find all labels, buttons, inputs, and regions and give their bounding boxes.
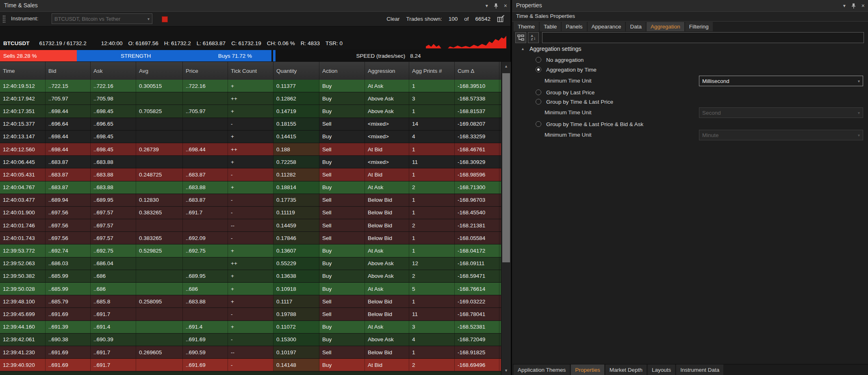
- cell-aggr: Above Ask: [365, 92, 409, 105]
- tab-panels[interactable]: Panels: [562, 22, 586, 31]
- minimum-time-unit-select-2[interactable]: Second▾: [699, 107, 863, 118]
- cell-avg: [136, 219, 183, 231]
- radio-group-by-time-last-price[interactable]: Group by Time & Last Price: [536, 98, 613, 106]
- bottom-tab-application-themes[interactable]: Application Themes: [514, 364, 570, 375]
- scroll-up-icon[interactable]: ▲: [501, 64, 511, 68]
- radio-no-aggregation[interactable]: No aggregation: [536, 56, 584, 64]
- trade-row[interactable]: 12:39:50.028..685.99..686..686+0.10918Bu…: [0, 283, 501, 295]
- col-header-time[interactable]: Time: [0, 62, 46, 80]
- minimum-time-unit-select-3[interactable]: Minute▾: [699, 130, 863, 140]
- aggregation-settings-group[interactable]: ▲ Aggregation settings: [512, 46, 582, 52]
- trade-row[interactable]: 12:39:45.699..691.69..691.7-0.19788SellB…: [0, 308, 501, 320]
- scroll-down-icon[interactable]: ▼: [501, 368, 511, 373]
- cell-bid: ..705.97: [46, 92, 91, 105]
- col-header-ask[interactable]: Ask: [91, 62, 136, 80]
- drag-grip-icon[interactable]: [2, 15, 5, 23]
- trade-row[interactable]: 12:40:01.746..697.56..697.57--0.14459Sel…: [0, 219, 501, 232]
- trade-row[interactable]: 12:40:19.512..722.15..722.160.300515..72…: [0, 80, 501, 92]
- col-header-qty[interactable]: Quantity: [273, 62, 319, 80]
- bottom-tabs: Application ThemesPropertiesMarket Depth…: [513, 364, 868, 375]
- trade-row[interactable]: 12:40:17.351..698.44..698.450.705825..70…: [0, 105, 501, 118]
- scrollbar-thumb[interactable]: [502, 73, 510, 262]
- col-header-avg[interactable]: Avg: [136, 62, 183, 80]
- bottom-tab-instrument-data[interactable]: Instrument Data: [676, 364, 723, 375]
- pin-icon[interactable]: [494, 3, 498, 9]
- clear-button[interactable]: Clear: [386, 16, 399, 22]
- col-header-bid[interactable]: Bid: [46, 62, 91, 80]
- tab-aggregation[interactable]: Aggregation: [647, 22, 684, 31]
- close-icon[interactable]: ×: [504, 3, 507, 9]
- trade-row[interactable]: 12:40:15.377..696.64..696.65-0.18155Sell…: [0, 118, 501, 131]
- col-header-prints[interactable]: Agg Prints #: [409, 62, 455, 80]
- bottom-tab-market-depth[interactable]: Market Depth: [605, 364, 647, 375]
- close-icon[interactable]: ×: [861, 3, 865, 9]
- panel-menu-chevron-icon[interactable]: ▾: [843, 3, 846, 8]
- cell-action: Buy: [319, 321, 365, 333]
- trade-row[interactable]: 12:39:41.230..691.69..691.70.269605..690…: [0, 346, 501, 359]
- pin-icon[interactable]: [851, 3, 856, 9]
- radio-group-by-last-price[interactable]: Group by Last Price: [536, 88, 595, 96]
- property-search-input[interactable]: [542, 32, 864, 43]
- trade-row[interactable]: 12:40:01.900..697.56..697.570.383265..69…: [0, 207, 501, 219]
- cell-tick: -: [228, 359, 273, 371]
- tab-theme[interactable]: Theme: [514, 22, 539, 31]
- tab-data[interactable]: Data: [626, 22, 646, 31]
- trade-row[interactable]: 12:39:53.772..692.74..692.750.529825..69…: [0, 244, 501, 257]
- quote-bar: BTCUSDT 61732.19 / 61732.2 12:40:00 O: 6…: [0, 26, 510, 50]
- cell-aggr: At Ask: [365, 283, 409, 295]
- trade-row[interactable]: 12:39:48.100..685.79..685.80.258095..683…: [0, 295, 501, 308]
- col-header-aggr[interactable]: Aggression: [365, 62, 409, 80]
- bottom-tab-layouts[interactable]: Layouts: [648, 364, 675, 375]
- col-header-tick[interactable]: Tick Count: [228, 62, 273, 80]
- cell-bid: ..692.74: [46, 244, 91, 257]
- trade-row[interactable]: 12:40:04.767..683.87..683.88..683.88+0.1…: [0, 181, 501, 194]
- cell-aggr: <mixed>: [365, 118, 409, 130]
- column-settings-icon[interactable]: [497, 15, 505, 23]
- trade-row[interactable]: 12:39:42.061..690.38..690.39..691.69-0.1…: [0, 334, 501, 346]
- cell-time: 12:40:17.942: [0, 92, 46, 105]
- prop-titlebar: Properties ▾ ×: [512, 0, 868, 12]
- trade-row[interactable]: 12:40:05.431..683.87..683.880.248725..68…: [0, 168, 501, 181]
- trade-row[interactable]: 12:40:03.477..689.94..689.950.12830..683…: [0, 194, 501, 207]
- cell-prints: 1: [409, 80, 455, 92]
- cell-bid: ..686.03: [46, 257, 91, 270]
- trade-row[interactable]: 12:39:52.063..686.03..686.04++0.55229Buy…: [0, 257, 501, 270]
- categorized-view-icon[interactable]: [515, 32, 526, 43]
- cell-qty: 0.14148: [273, 359, 319, 371]
- cell-prints: 5: [409, 283, 455, 295]
- quote-bid-ask: 61732.19 / 61732.2: [39, 40, 87, 46]
- trades-shown-label: Trades shown:: [406, 16, 442, 22]
- trade-row[interactable]: 12:39:40.920..691.69..691.7..691.69-0.14…: [0, 359, 501, 371]
- trade-row[interactable]: 12:40:17.942..705.97..705.98++0.12862Buy…: [0, 92, 501, 105]
- trade-row[interactable]: 12:40:06.445..683.87..683.88+0.72258Buy<…: [0, 156, 501, 168]
- cell-cum: -168.96703: [455, 194, 499, 206]
- cell-prints: 11: [409, 156, 455, 168]
- tab-appearance[interactable]: Appearance: [588, 22, 625, 31]
- cell-avg: [136, 131, 183, 143]
- radio-aggregation-by-time[interactable]: Aggregation by Time: [536, 65, 597, 74]
- trade-row[interactable]: 12:40:13.147..698.44..698.45+0.14415Buy<…: [0, 131, 501, 143]
- trade-row[interactable]: 12:39:50.382..685.99..686..689.95+0.1363…: [0, 270, 501, 283]
- cell-avg: [136, 270, 183, 282]
- alphabetical-sort-icon[interactable]: AZ↓: [528, 32, 539, 43]
- tab-filtering[interactable]: Filtering: [685, 22, 713, 31]
- vertical-scrollbar[interactable]: ▲ ▼: [501, 62, 511, 375]
- cell-bid: ..697.56: [46, 232, 91, 244]
- cell-ask: ..686: [91, 283, 136, 295]
- cell-action: Sell: [319, 118, 365, 130]
- trades-shown-count: 100: [449, 16, 458, 22]
- trade-row[interactable]: 12:39:44.160..691.39..691.4..691.4+0.110…: [0, 321, 501, 334]
- trade-row[interactable]: 12:40:01.743..697.56..697.570.383265..69…: [0, 232, 501, 244]
- bottom-tab-properties[interactable]: Properties: [571, 364, 604, 375]
- trade-row[interactable]: 12:40:12.560..698.44..698.450.26739..698…: [0, 143, 501, 156]
- cell-action: Buy: [319, 334, 365, 346]
- cell-ask: ..692.75: [91, 244, 136, 257]
- col-header-action[interactable]: Action: [319, 62, 365, 80]
- col-header-cum[interactable]: Cum Δ: [455, 62, 499, 80]
- tab-table[interactable]: Table: [540, 22, 561, 31]
- panel-menu-chevron-icon[interactable]: ▾: [486, 3, 488, 8]
- col-header-price[interactable]: Price: [183, 62, 228, 80]
- radio-group-by-time-last-price-bid-ask[interactable]: Group by Time & Last Price & Bid & Ask: [536, 120, 643, 128]
- minimum-time-unit-select-1[interactable]: Millisecond▾: [699, 76, 863, 86]
- instrument-select[interactable]: BTCUSDT, Bitcoin vs Tether▾: [52, 13, 152, 24]
